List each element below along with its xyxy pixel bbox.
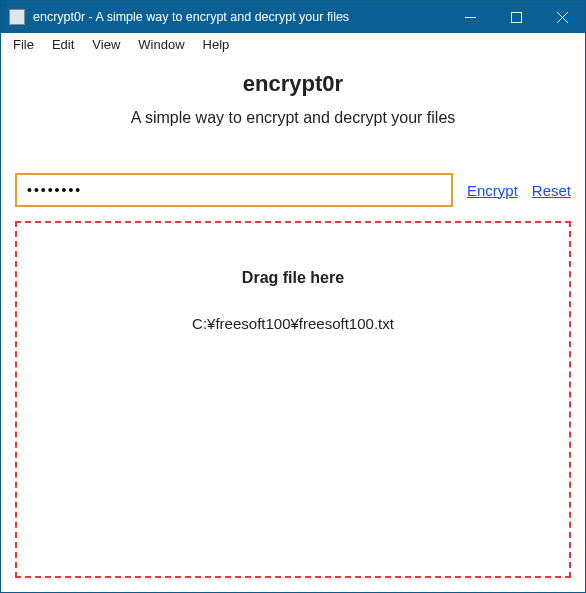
dropzone-heading: Drag file here: [242, 269, 344, 287]
titlebar[interactable]: encrypt0r - A simple way to encrypt and …: [1, 1, 585, 33]
menu-file[interactable]: File: [5, 35, 42, 54]
encrypt-button[interactable]: Encrypt: [467, 182, 518, 199]
dropzone-file-path: C:¥freesoft100¥freesoft100.txt: [192, 315, 394, 332]
app-icon: [9, 9, 25, 25]
application-window: encrypt0r - A simple way to encrypt and …: [0, 0, 586, 593]
svg-rect-1: [511, 12, 521, 22]
menu-help[interactable]: Help: [195, 35, 238, 54]
page-subtitle: A simple way to encrypt and decrypt your…: [15, 109, 571, 127]
content-area: encrypt0r A simple way to encrypt and de…: [1, 57, 585, 592]
minimize-button[interactable]: [447, 1, 493, 33]
password-input[interactable]: [15, 173, 453, 207]
close-button[interactable]: [539, 1, 585, 33]
window-title: encrypt0r - A simple way to encrypt and …: [33, 10, 447, 24]
menu-edit[interactable]: Edit: [44, 35, 82, 54]
reset-button[interactable]: Reset: [532, 182, 571, 199]
menu-window[interactable]: Window: [130, 35, 192, 54]
input-row: Encrypt Reset: [15, 173, 571, 207]
file-dropzone[interactable]: Drag file here C:¥freesoft100¥freesoft10…: [15, 221, 571, 578]
menu-view[interactable]: View: [84, 35, 128, 54]
maximize-button[interactable]: [493, 1, 539, 33]
page-title: encrypt0r: [15, 71, 571, 97]
menubar: File Edit View Window Help: [1, 33, 585, 57]
window-controls: [447, 1, 585, 33]
